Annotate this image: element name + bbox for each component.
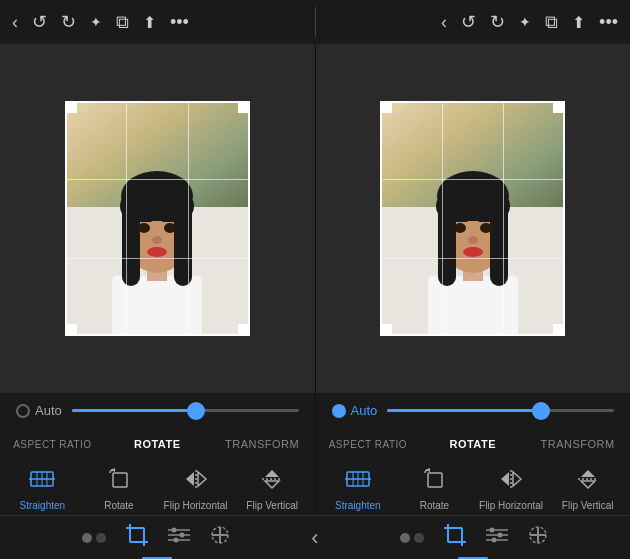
chevron-center[interactable]: ‹ [311, 525, 318, 551]
slider-area-left: Auto [0, 393, 315, 428]
tab-rotate-right[interactable]: ROTATE [420, 432, 525, 456]
tool-flip-v-right[interactable]: Flip Vertical [549, 468, 626, 511]
bottom-nav-right [319, 524, 630, 551]
svg-rect-36 [452, 219, 468, 222]
sliders-nav-icon-right[interactable] [486, 526, 508, 549]
flip-h-icon-right [499, 468, 523, 496]
sliders-nav-icon-left[interactable] [168, 526, 190, 549]
slider-fill-right [387, 409, 541, 412]
svg-marker-22 [198, 472, 206, 486]
undo-icon-2[interactable]: ↺ [461, 11, 476, 33]
flip-v-label-left: Flip Vertical [246, 500, 298, 511]
tool-rotate-left[interactable]: Rotate [81, 468, 158, 511]
crop-nav-icon-right[interactable] [444, 524, 466, 551]
back-icon-2[interactable]: ‹ [441, 12, 447, 33]
svg-point-62 [173, 538, 178, 543]
undo-icon[interactable]: ↺ [32, 11, 47, 33]
magic-icon[interactable]: ✦ [90, 14, 102, 30]
svg-point-38 [468, 236, 478, 244]
svg-point-34 [454, 223, 466, 233]
svg-rect-1 [112, 276, 202, 336]
svg-rect-37 [478, 219, 494, 222]
tab-transform-left[interactable]: TRANSFORM [210, 432, 315, 456]
heal-nav-icon-left[interactable] [210, 525, 230, 550]
slider-track-left[interactable] [72, 409, 299, 412]
flip-h-label-right: Flip Horizontal [479, 500, 543, 511]
tools-bar-left: Straighten Rotate [0, 460, 315, 515]
photo-right [380, 101, 565, 336]
dot-2-right [414, 533, 424, 543]
tool-straighten-left[interactable]: Straighten [4, 468, 81, 511]
auto-label-left: Auto [35, 403, 62, 418]
svg-point-61 [179, 533, 184, 538]
auto-button-right[interactable]: Auto [332, 403, 378, 418]
dot-2-left [96, 533, 106, 543]
svg-point-13 [147, 247, 167, 257]
share-icon[interactable]: ⬆ [143, 13, 156, 32]
svg-point-60 [171, 528, 176, 533]
person-svg-right [408, 136, 538, 336]
tool-flip-h-right[interactable]: Flip Horizontal [473, 468, 550, 511]
share-icon-2[interactable]: ⬆ [572, 13, 585, 32]
svg-marker-25 [265, 481, 279, 488]
tool-flip-v-left[interactable]: Flip Vertical [234, 468, 311, 511]
rotate-icon-left [107, 468, 131, 496]
tab-aspect-ratio-right[interactable]: ASPECT RATIO [316, 433, 421, 456]
photo-container-right [380, 101, 565, 336]
svg-point-12 [152, 236, 162, 244]
svg-marker-50 [581, 470, 595, 477]
svg-rect-19 [113, 473, 127, 487]
flip-v-icon-right [576, 468, 600, 496]
svg-point-39 [463, 247, 483, 257]
more-icon[interactable]: ••• [170, 12, 189, 33]
rotate-label-left: Rotate [104, 500, 133, 511]
panel-left: Auto ASPECT RATIO ROTATE TRANSFORM [0, 44, 315, 515]
tool-rotate-right[interactable]: Rotate [396, 468, 473, 511]
toolbar-divider [315, 7, 316, 37]
svg-marker-51 [581, 481, 595, 488]
tab-aspect-ratio-left[interactable]: ASPECT RATIO [0, 433, 105, 456]
svg-point-8 [138, 223, 150, 233]
tool-straighten-right[interactable]: Straighten [320, 468, 397, 511]
auto-button-left[interactable]: Auto [16, 403, 62, 418]
tab-rotate-left[interactable]: ROTATE [105, 432, 210, 456]
svg-rect-10 [136, 219, 152, 222]
nav-dots-right[interactable] [400, 533, 424, 543]
heal-nav-icon-right[interactable] [528, 525, 548, 550]
more-icon-2[interactable]: ••• [599, 12, 618, 33]
straighten-icon-right [345, 468, 371, 496]
redo-icon[interactable]: ↻ [61, 11, 76, 33]
nav-dots-left[interactable] [82, 533, 106, 543]
svg-marker-48 [513, 472, 521, 486]
svg-point-9 [164, 223, 176, 233]
svg-rect-45 [428, 473, 442, 487]
person-svg-left [92, 136, 222, 336]
compare-icon-2[interactable]: ⧉ [545, 12, 558, 33]
straighten-icon-left [29, 468, 55, 496]
bottom-nav: ‹ [0, 515, 630, 557]
slider-thumb-right[interactable] [532, 402, 550, 420]
flip-v-icon-left [260, 468, 284, 496]
slider-thumb-left[interactable] [187, 402, 205, 420]
svg-marker-24 [265, 470, 279, 477]
compare-icon[interactable]: ⧉ [116, 12, 129, 33]
svg-rect-27 [428, 276, 518, 336]
flip-h-label-left: Flip Horizontal [164, 500, 228, 511]
svg-rect-11 [162, 219, 178, 222]
flip-v-label-right: Flip Vertical [562, 500, 614, 511]
svg-marker-21 [186, 472, 194, 486]
slider-track-right[interactable] [387, 409, 614, 412]
tab-transform-right[interactable]: TRANSFORM [525, 432, 630, 456]
crop-nav-icon-left[interactable] [126, 524, 148, 551]
image-area-left [0, 44, 315, 393]
redo-icon-2[interactable]: ↻ [490, 11, 505, 33]
svg-marker-47 [501, 472, 509, 486]
image-area-right [316, 44, 631, 393]
svg-point-35 [480, 223, 492, 233]
auto-circle-left [16, 404, 30, 418]
magic-icon-2[interactable]: ✦ [519, 14, 531, 30]
photo-left [65, 101, 250, 336]
back-icon[interactable]: ‹ [12, 12, 18, 33]
dot-1-left [82, 533, 92, 543]
tool-flip-h-left[interactable]: Flip Horizontal [157, 468, 234, 511]
